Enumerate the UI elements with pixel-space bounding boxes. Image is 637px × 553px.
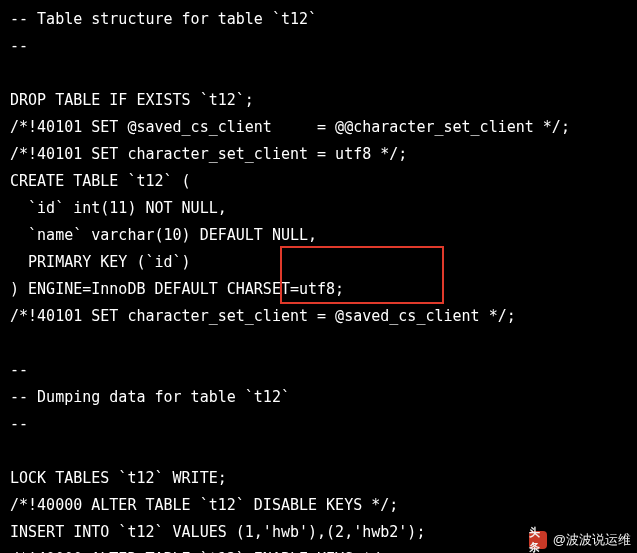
watermark-handle: @波波说运维 xyxy=(553,531,631,549)
watermark: 头条 @波波说运维 xyxy=(529,531,631,549)
sql-code-block: -- Table structure for table `t12` -- DR… xyxy=(0,0,637,553)
toutiao-logo-icon: 头条 xyxy=(529,531,547,549)
